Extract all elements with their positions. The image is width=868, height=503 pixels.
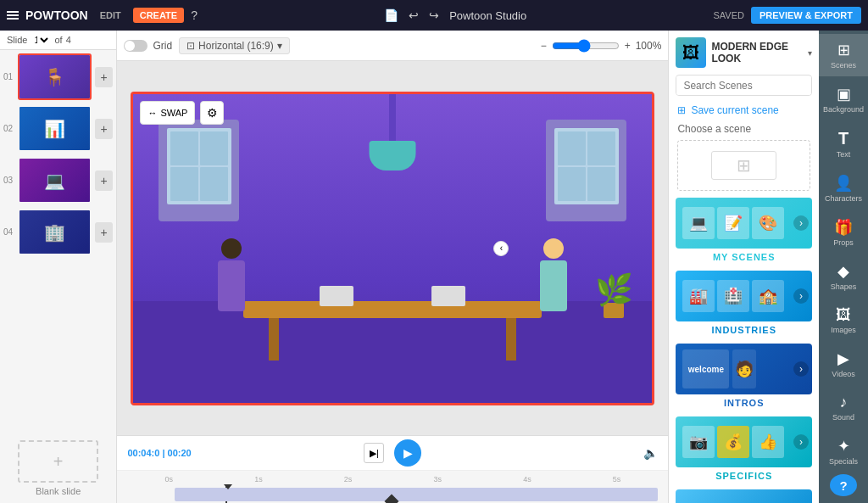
undo-icon[interactable]: ↩ <box>409 8 419 22</box>
save-scene-button[interactable]: ⊞ Save current scene <box>669 101 819 120</box>
industries-next[interactable]: › <box>793 288 809 304</box>
grid-toggle[interactable] <box>124 40 147 52</box>
zoom-minus[interactable]: − <box>541 40 547 52</box>
scene-placeholder-inner: ⊞ <box>711 151 776 181</box>
my-scenes-label: MY SCENES <box>676 250 812 264</box>
theme-avatar: 🖼 <box>676 37 706 68</box>
create-tab[interactable]: CREATE <box>133 8 184 23</box>
category-specifics: 📷 💰 👍 › SPECIFICS <box>676 416 812 483</box>
rail-images[interactable]: 🖼 Images <box>819 299 868 341</box>
slide-item-2: 02 📊 + <box>3 105 113 152</box>
rail-background[interactable]: ▣ Background <box>819 78 868 120</box>
swap-button[interactable]: ↔ SWAP <box>140 101 195 125</box>
main-content: Slide 1234 of 4 01 🪑 + 02 <box>0 31 868 503</box>
orientation-arrow: ▾ <box>277 40 282 52</box>
help-button[interactable]: ? <box>830 474 857 496</box>
timeline-ruler: 0s 1s 2s 3s 4s 5s <box>124 474 661 484</box>
shapes-rail-label: Shapes <box>831 282 857 291</box>
rail-props[interactable]: 🎁 Props <box>819 211 868 254</box>
background-icon: ▣ <box>837 85 851 103</box>
rail-specials[interactable]: ✦ Specials <box>819 430 868 472</box>
scenes-scroll[interactable]: 💻 📝 🎨 › MY SCENES 🏭 🏥 🏫 › <box>669 198 819 503</box>
ruler-5s: 5s <box>572 475 662 483</box>
preview-export-button[interactable]: PREVIEW & EXPORT <box>751 7 861 24</box>
scenes-rail-label: Scenes <box>831 61 856 70</box>
rail-videos[interactable]: ▶ Videos <box>819 343 868 385</box>
scene-background: 🌿 <box>133 94 652 403</box>
specifics-label: SPECIFICS <box>676 469 812 483</box>
rail-text[interactable]: T Text <box>819 122 868 165</box>
zoom-value: 100% <box>636 40 662 52</box>
zoom-plus[interactable]: + <box>625 40 631 52</box>
zoom-control: − + 100% <box>541 39 662 53</box>
slide-thumb-4[interactable]: 🏢 <box>18 209 92 255</box>
specifics-next[interactable]: › <box>793 434 809 450</box>
of-label: of <box>54 35 62 45</box>
industries-label: INDUSTRIES <box>676 323 812 337</box>
intros-banner[interactable]: welcome 🧑 › <box>676 344 812 394</box>
image-grids-banner[interactable]: › <box>676 489 812 503</box>
text-icon: T <box>838 129 849 148</box>
app-name: POWTOON <box>25 8 88 22</box>
slide-thumb-2[interactable]: 📊 <box>18 105 92 152</box>
rail-characters[interactable]: 👤 Characters <box>819 167 868 210</box>
panel-collapse-button[interactable]: ‹ <box>493 241 509 256</box>
icon-rail: ⊞ Scenes ▣ Background T Text 👤 Character… <box>819 31 868 503</box>
blank-slide-area[interactable]: + Blank slide <box>0 433 116 503</box>
hamburger-menu[interactable] <box>7 11 19 20</box>
play-button[interactable]: ▶ <box>394 439 421 467</box>
ruler-1s: 1s <box>214 475 303 483</box>
orientation-icon: ⊡ <box>186 40 195 52</box>
specifics-banner[interactable]: 📷 💰 👍 › <box>676 416 812 467</box>
topbar-center: 📄 ↩ ↪ Powtoon Studio <box>204 8 707 22</box>
help-icon[interactable]: ? <box>191 8 198 22</box>
redo-icon[interactable]: ↪ <box>429 8 439 22</box>
volume-icon[interactable]: 🔈 <box>643 446 658 460</box>
rail-shapes[interactable]: ◆ Shapes <box>819 255 868 298</box>
industries-banner[interactable]: 🏭 🏥 🏫 › <box>676 271 812 321</box>
sound-rail-label: Sound <box>832 413 854 422</box>
my-scenes-thumbs: 💻 📝 🎨 <box>682 207 805 239</box>
app-logo: POWTOON <box>25 8 88 22</box>
slide-3-add-button[interactable]: + <box>95 170 114 191</box>
props-icon: 🎁 <box>834 218 853 237</box>
videos-icon: ▶ <box>837 349 849 368</box>
search-bar: 🔍 <box>676 75 812 96</box>
canvas-frame[interactable]: 🌿 ↔ SWAP ⚙ <box>131 92 654 405</box>
scenes-icon: ⊞ <box>837 41 850 59</box>
slide-thumb-3[interactable]: 💻 <box>18 157 92 204</box>
slide-number-select[interactable]: 1234 <box>31 34 51 46</box>
document-icon[interactable]: 📄 <box>384 8 398 22</box>
scenes-panel: 🖼 MODERN EDGE LOOK ▾ 🔍 ⊞ Save current sc… <box>668 31 819 503</box>
step-frame-button[interactable]: ▶| <box>364 443 384 463</box>
theme-dropdown-arrow[interactable]: ▾ <box>808 48 812 58</box>
slide-num-1: 01 <box>3 72 14 81</box>
my-scenes-next[interactable]: › <box>793 215 809 231</box>
scene-table <box>243 301 542 318</box>
blank-slide-label: Blank slide <box>36 486 81 496</box>
rail-scenes[interactable]: ⊞ Scenes <box>819 34 868 76</box>
edit-tab[interactable]: EDIT <box>95 10 126 20</box>
intros-next[interactable]: › <box>793 361 809 377</box>
zoom-slider[interactable] <box>552 39 620 53</box>
timeline-track[interactable]: 0s 1s 2s 3s 4s 5s 2 8 <box>117 470 668 503</box>
slide-4-add-button[interactable]: + <box>95 222 114 243</box>
scene-plant: 🌿 <box>597 250 631 318</box>
topbar-right: SAVED PREVIEW & EXPORT <box>713 7 861 24</box>
my-scenes-banner[interactable]: 💻 📝 🎨 › <box>676 198 812 249</box>
industries-thumbs: 🏭 🏥 🏫 <box>682 280 805 312</box>
rail-sound[interactable]: ♪ Sound <box>819 387 868 428</box>
slide-label: Slide <box>7 35 27 45</box>
search-input[interactable] <box>676 76 812 95</box>
slide-1-add-button[interactable]: + <box>95 67 114 87</box>
scenes-header: 🖼 MODERN EDGE LOOK ▾ <box>669 31 819 75</box>
scene-lamp-pole <box>389 94 396 145</box>
category-image-grids: › IMAGE GRIDS <box>676 489 812 503</box>
top-bar: POWTOON EDIT CREATE ? 📄 ↩ ↪ Powtoon Stud… <box>0 0 868 31</box>
slide-2-add-button[interactable]: + <box>95 119 114 139</box>
orientation-button[interactable]: ⊡ Horizontal (16:9) ▾ <box>179 37 290 54</box>
settings-button[interactable]: ⚙ <box>200 101 224 125</box>
time-display: 00:04:0 | 00:20 <box>127 448 191 458</box>
slide-thumb-1[interactable]: 🪑 <box>18 53 92 100</box>
slide-num-3: 03 <box>3 176 14 185</box>
